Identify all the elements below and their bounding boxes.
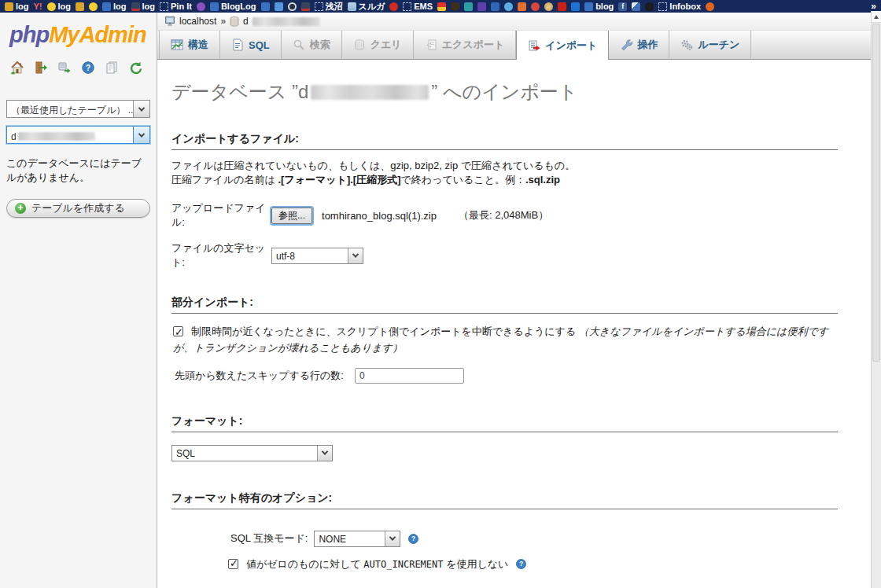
bookmark-item[interactable] <box>389 2 398 11</box>
tab-label: ルーチン <box>698 38 739 52</box>
bookmark-item[interactable] <box>504 2 513 11</box>
selected-filename: tomhirano_blog.sql(1).zip <box>322 210 437 222</box>
orange-site-icon <box>518 2 526 11</box>
bookmark-item[interactable] <box>518 2 526 11</box>
facebook-icon: f <box>618 2 627 11</box>
autoinc-checkbox[interactable] <box>228 559 238 569</box>
format-select[interactable]: SQL <box>171 445 333 461</box>
bat-icon <box>645 2 654 11</box>
refresh-icon[interactable] <box>128 61 142 75</box>
bookmark-item[interactable] <box>197 2 205 11</box>
bookmark-item[interactable] <box>531 2 540 11</box>
bookmark-item[interactable]: EMS <box>403 2 433 11</box>
bookmark-item[interactable] <box>261 2 270 11</box>
bookmark-item[interactable]: log <box>102 2 127 11</box>
svg-text:?: ? <box>411 535 415 542</box>
bookmark-item[interactable] <box>76 2 84 11</box>
logout-icon[interactable] <box>34 61 48 75</box>
purple-circle-icon <box>197 2 205 11</box>
bookmark-item[interactable]: log <box>47 2 72 11</box>
recent-tables-select[interactable]: （最近使用したテーブル） ... <box>6 100 150 118</box>
bookmark-item[interactable]: 浅沼 <box>315 1 343 13</box>
bookmark-item[interactable] <box>451 2 459 11</box>
tab-search: 検索 <box>282 31 342 59</box>
bookmark-item[interactable] <box>275 2 283 11</box>
bookmark-label: スルガ <box>359 1 385 13</box>
bookmark-item[interactable]: Pin It <box>160 2 192 11</box>
export-icon <box>425 39 437 51</box>
bookmark-item[interactable] <box>491 2 499 11</box>
scrollbar-up-button[interactable] <box>872 11 881 23</box>
svg-text:?: ? <box>86 64 90 72</box>
tab-label: SQL <box>249 39 270 51</box>
bookmark-item[interactable] <box>706 2 714 11</box>
bookmark-item[interactable] <box>571 2 580 11</box>
mountain-icon <box>348 2 356 11</box>
bookmark-item[interactable] <box>632 2 640 11</box>
help-icon[interactable]: ? <box>81 61 95 75</box>
interrupt-checkbox[interactable] <box>173 326 183 336</box>
chevron-down-icon <box>138 105 145 111</box>
interrupt-option: 制限時間が近くなったときに、スクリプト側でインポートを中断できるようにする （大… <box>173 324 838 357</box>
tab-routines[interactable]: ルーチン <box>669 31 751 59</box>
charset-select[interactable]: utf-8 <box>271 248 363 264</box>
vertical-scrollbar[interactable] <box>871 11 881 588</box>
tab-label: 操作 <box>637 38 658 52</box>
bookmark-item[interactable]: BlogLog <box>210 2 256 11</box>
bookmark-item[interactable] <box>464 2 473 11</box>
main-panel: localhost » d 構造 SQL 検索 クエリ エクスポート インポート <box>157 13 871 588</box>
chevron-down-icon <box>317 446 332 461</box>
tab-label: エクスポート <box>442 38 505 52</box>
home-icon[interactable] <box>10 61 24 75</box>
tab-operations[interactable]: 操作 <box>609 31 669 59</box>
bookmark-label: log <box>16 2 29 11</box>
query-window-icon[interactable] <box>57 61 72 75</box>
ups-shield-icon <box>451 2 459 11</box>
bookmark-item[interactable]: log <box>131 2 156 11</box>
bookmark-item[interactable]: log <box>5 2 29 11</box>
help-icon[interactable]: ? <box>515 558 527 570</box>
tab-import[interactable]: インポート <box>516 31 609 60</box>
tab-structure[interactable]: 構造 <box>159 31 220 59</box>
bookmark-item[interactable] <box>477 2 486 11</box>
bookmark-item[interactable]: blog <box>584 2 614 11</box>
database-select[interactable]: d <box>6 126 150 144</box>
bookmark-item[interactable]: スルガ <box>348 1 385 13</box>
phpmyadmin-logo[interactable]: phpMyAdmin <box>9 22 157 48</box>
breadcrumb-server[interactable]: localhost <box>179 16 216 27</box>
help-icon[interactable]: ? <box>407 533 419 545</box>
bookmarks-overflow-chevron[interactable]: » <box>868 1 876 12</box>
bookmark-items: logY!logloglogPin ItBlogLog浅沼スルガEMSblogf… <box>5 1 868 13</box>
tab-bar: 構造 SQL 検索 クエリ エクスポート インポート 操作 ルーチン <box>157 30 871 60</box>
breadcrumb: localhost » d <box>157 13 871 30</box>
docs-icon[interactable] <box>105 61 119 75</box>
chevron-down-icon <box>348 248 363 263</box>
bookmark-item[interactable] <box>288 2 297 11</box>
max-upload-size: （最長: 2,048MiB） <box>459 208 548 222</box>
blue-diagonal-icon <box>632 2 640 11</box>
scrollbar-thumb[interactable] <box>872 24 880 362</box>
page-title: データベース ”d” へのインポート <box>171 79 838 105</box>
bookmark-item[interactable] <box>558 2 566 11</box>
bookmark-item[interactable]: Y! <box>34 2 42 11</box>
tab-sql[interactable]: SQL <box>220 31 282 59</box>
bookmark-item[interactable] <box>645 2 654 11</box>
section-heading-partial: 部分インポート: <box>171 296 838 314</box>
twitter-bird-icon <box>504 2 513 11</box>
breadcrumb-database[interactable]: d <box>243 16 249 27</box>
create-table-button[interactable]: + テーブルを作成する <box>6 199 150 218</box>
bookmark-item[interactable]: f <box>618 2 627 11</box>
recent-tables-dropdown-button[interactable] <box>133 101 149 117</box>
bookmark-item[interactable] <box>301 2 310 11</box>
no-tables-message: このデータベースにはテーブルがありません。 <box>6 156 150 185</box>
bookmark-item[interactable]: Infobox <box>658 2 701 11</box>
sidebar-toolbar: ? <box>10 61 157 75</box>
skip-rows-input[interactable] <box>355 368 464 384</box>
browse-button[interactable]: 参照... <box>271 208 312 224</box>
sql-compat-select[interactable]: NONE <box>314 531 400 547</box>
bookmark-item[interactable] <box>437 2 446 11</box>
bookmark-item[interactable] <box>89 2 98 11</box>
redacted-db-name <box>18 132 95 141</box>
database-dropdown-button[interactable] <box>133 127 149 143</box>
bookmark-item[interactable] <box>544 2 553 11</box>
